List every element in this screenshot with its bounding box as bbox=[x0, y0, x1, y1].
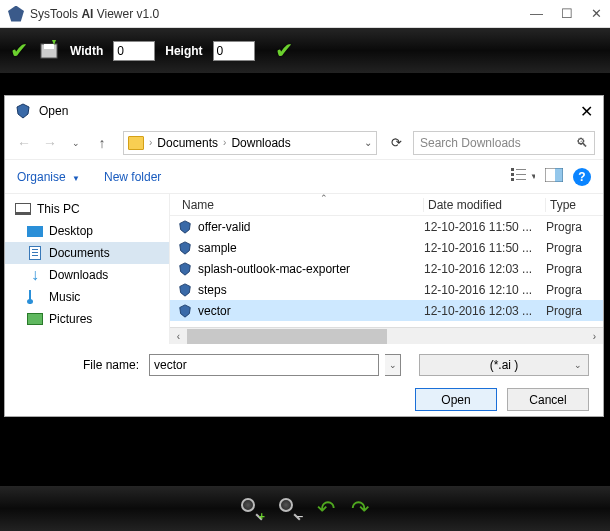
up-button[interactable]: ↑ bbox=[91, 132, 113, 154]
app-logo-icon bbox=[8, 6, 24, 22]
save-icon[interactable] bbox=[38, 38, 60, 64]
preview-pane-button[interactable] bbox=[545, 168, 563, 185]
column-headers: ⌃ Name Date modified Type bbox=[170, 194, 603, 216]
dialog-toolbar: Organise ▼ New folder ▼ ? bbox=[5, 160, 603, 194]
close-button[interactable]: ✕ bbox=[591, 6, 602, 21]
nav-tree: This PC Desktop Documents ↓Downloads Mus… bbox=[5, 194, 170, 344]
file-date: 12-10-2016 11:50 ... bbox=[424, 241, 546, 255]
width-label: Width bbox=[70, 44, 103, 58]
back-button[interactable]: ← bbox=[13, 132, 35, 154]
search-icon: 🔍︎ bbox=[576, 136, 588, 150]
tree-documents[interactable]: Documents bbox=[5, 242, 169, 264]
svg-rect-6 bbox=[516, 169, 526, 170]
dialog-title: Open bbox=[39, 104, 580, 118]
open-dialog: Open ✕ ← → ⌄ ↑ › Documents › Downloads ⌄… bbox=[4, 95, 604, 417]
zoom-out-button[interactable]: – bbox=[279, 498, 301, 520]
file-icon bbox=[178, 304, 192, 318]
tree-pictures[interactable]: Pictures bbox=[5, 308, 169, 330]
search-placeholder: Search Downloads bbox=[420, 136, 521, 150]
view-mode-button[interactable]: ▼ bbox=[511, 167, 535, 186]
svg-text:▼: ▼ bbox=[530, 172, 535, 181]
scroll-left-icon[interactable]: ‹ bbox=[170, 331, 187, 342]
title-bar: SysTools AI Viewer v1.0 — ☐ ✕ bbox=[0, 0, 610, 28]
file-type: Progra bbox=[546, 241, 603, 255]
scroll-right-icon[interactable]: › bbox=[586, 331, 603, 342]
svg-rect-3 bbox=[511, 168, 514, 171]
rotate-right-button[interactable]: ↷ bbox=[351, 496, 369, 522]
sort-indicator-icon: ⌃ bbox=[320, 194, 328, 203]
open-file-icon[interactable]: ✔ bbox=[10, 38, 28, 64]
app-brand: SysTools bbox=[30, 7, 78, 21]
forward-button[interactable]: → bbox=[39, 132, 61, 154]
scroll-thumb[interactable] bbox=[187, 329, 387, 344]
height-label: Height bbox=[165, 44, 202, 58]
cancel-button[interactable]: Cancel bbox=[507, 388, 589, 411]
svg-rect-7 bbox=[516, 174, 526, 175]
minimize-button[interactable]: — bbox=[530, 6, 543, 21]
breadcrumb[interactable]: › Documents › Downloads ⌄ bbox=[123, 131, 377, 155]
tree-downloads[interactable]: ↓Downloads bbox=[5, 264, 169, 286]
open-button[interactable]: Open bbox=[415, 388, 497, 411]
filename-label: File name: bbox=[19, 358, 139, 372]
svg-rect-5 bbox=[511, 178, 514, 181]
crumb-downloads[interactable]: Downloads bbox=[231, 136, 290, 150]
file-date: 12-10-2016 12:03 ... bbox=[424, 262, 546, 276]
file-date: 12-10-2016 12:10 ... bbox=[424, 283, 546, 297]
dialog-close-button[interactable]: ✕ bbox=[580, 102, 593, 121]
crumb-documents[interactable]: Documents bbox=[157, 136, 218, 150]
maximize-button[interactable]: ☐ bbox=[561, 6, 573, 21]
col-type[interactable]: Type bbox=[546, 198, 603, 212]
file-icon bbox=[178, 241, 192, 255]
file-name: sample bbox=[198, 241, 237, 255]
app-name: AI bbox=[81, 7, 93, 21]
file-row[interactable]: splash-outlook-mac-exporter12-10-2016 12… bbox=[170, 258, 603, 279]
file-icon bbox=[178, 220, 192, 234]
svg-rect-1 bbox=[44, 44, 54, 49]
horizontal-scrollbar[interactable]: ‹ › bbox=[170, 327, 603, 344]
bottom-toolbar: + – ↶ ↷ bbox=[0, 486, 610, 531]
col-date[interactable]: Date modified bbox=[424, 198, 546, 212]
file-row[interactable]: steps12-10-2016 12:10 ...Progra bbox=[170, 279, 603, 300]
file-row[interactable]: sample12-10-2016 11:50 ...Progra bbox=[170, 237, 603, 258]
zoom-in-button[interactable]: + bbox=[241, 498, 263, 520]
file-type: Progra bbox=[546, 304, 603, 318]
main-toolbar: ✔ Width Height ✔ bbox=[0, 28, 610, 73]
height-input[interactable] bbox=[213, 41, 255, 61]
file-name: steps bbox=[198, 283, 227, 297]
new-folder-button[interactable]: New folder bbox=[104, 170, 161, 184]
dialog-titlebar: Open ✕ bbox=[5, 96, 603, 126]
chevron-icon: › bbox=[149, 137, 152, 148]
width-input[interactable] bbox=[113, 41, 155, 61]
chevron-icon: › bbox=[223, 137, 226, 148]
tree-this-pc[interactable]: This PC bbox=[5, 198, 169, 220]
app-version: Viewer v1.0 bbox=[97, 7, 159, 21]
organise-menu[interactable]: Organise ▼ bbox=[17, 170, 80, 184]
svg-rect-8 bbox=[516, 179, 526, 180]
col-name[interactable]: Name bbox=[178, 198, 424, 212]
folder-icon bbox=[128, 136, 144, 150]
file-name: splash-outlook-mac-exporter bbox=[198, 262, 350, 276]
file-type: Progra bbox=[546, 220, 603, 234]
recent-dropdown[interactable]: ⌄ bbox=[65, 132, 87, 154]
help-button[interactable]: ? bbox=[573, 168, 591, 186]
file-row[interactable]: vector12-10-2016 12:03 ...Progra bbox=[170, 300, 603, 321]
filetype-select[interactable]: (*.ai )⌄ bbox=[419, 354, 589, 376]
file-date: 12-10-2016 12:03 ... bbox=[424, 304, 546, 318]
filename-input[interactable] bbox=[149, 354, 379, 376]
svg-rect-11 bbox=[555, 168, 563, 182]
refresh-button[interactable]: ⟳ bbox=[387, 135, 405, 150]
tree-music[interactable]: Music bbox=[5, 286, 169, 308]
filename-history-dropdown[interactable]: ⌄ bbox=[385, 354, 401, 376]
rotate-left-button[interactable]: ↶ bbox=[317, 496, 335, 522]
file-type: Progra bbox=[546, 283, 603, 297]
file-type: Progra bbox=[546, 262, 603, 276]
file-icon bbox=[178, 283, 192, 297]
apply-icon[interactable]: ✔ bbox=[275, 38, 293, 64]
tree-desktop[interactable]: Desktop bbox=[5, 220, 169, 242]
file-date: 12-10-2016 11:50 ... bbox=[424, 220, 546, 234]
app-title: SysTools AI Viewer v1.0 bbox=[30, 7, 530, 21]
file-list: ⌃ Name Date modified Type offer-valid12-… bbox=[170, 194, 603, 344]
path-dropdown-icon[interactable]: ⌄ bbox=[364, 137, 372, 148]
search-input[interactable]: Search Downloads 🔍︎ bbox=[413, 131, 595, 155]
file-row[interactable]: offer-valid12-10-2016 11:50 ...Progra bbox=[170, 216, 603, 237]
